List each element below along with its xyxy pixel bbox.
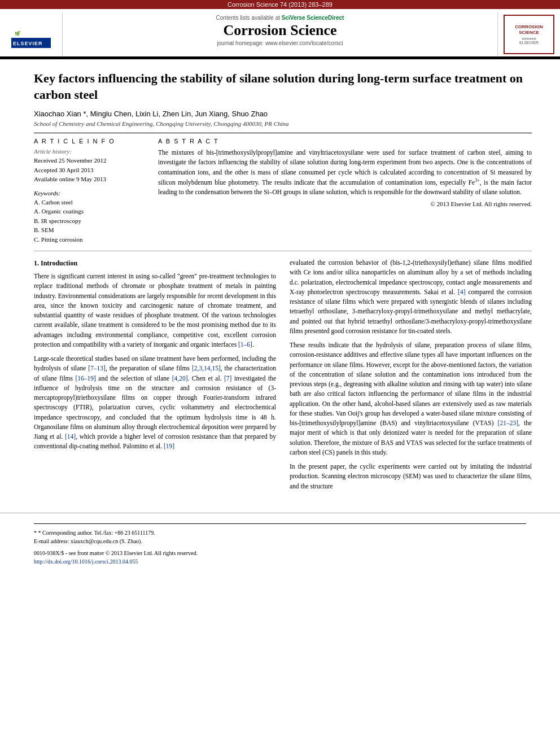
journal-header-center: Contents lists available at SciVerse Sci… bbox=[62, 12, 498, 56]
ref-4-20[interactable]: [4,20] bbox=[172, 375, 188, 382]
abstract-text: The mixtures of bis-[trimethoxysilylprop… bbox=[158, 148, 532, 197]
right-paragraph-3: In the present paper, the cyclic experim… bbox=[290, 462, 532, 491]
copyright-notice: © 2013 Elsevier Ltd. All rights reserved… bbox=[158, 200, 532, 207]
journal-citation-bar: Corrosion Science 74 (2013) 283–289 bbox=[0, 0, 560, 9]
keyword-2: A. Organic coatings bbox=[34, 207, 147, 216]
rule-after-affiliation bbox=[34, 133, 532, 133]
abstract-header: A B S T R A C T bbox=[158, 138, 532, 145]
article-content: Key factors influencing the stability of… bbox=[0, 59, 560, 507]
right-paragraph-1: evaluated the corrosion behavior of (bis… bbox=[290, 258, 532, 336]
journal-logo-area: CORROSIONSCIENCE ■■■■■■ ELSEVIER bbox=[498, 12, 560, 56]
authors-line: Xiaochao Xian *, Minglu Chen, Lixin Li, … bbox=[34, 110, 532, 118]
article-history-block: Article history: Received 25 November 20… bbox=[34, 148, 147, 184]
ref-16-19[interactable]: [16–19] bbox=[75, 375, 95, 382]
elsevier-logo: 🌿 ELSEVIER bbox=[11, 18, 51, 51]
elsevier-tree-icon: 🌿 ELSEVIER bbox=[11, 18, 51, 49]
ref-21-23[interactable]: [21–23] bbox=[498, 420, 518, 426]
contents-available-text: Contents lists available at bbox=[216, 15, 280, 21]
journal-title: Corrosion Science bbox=[68, 22, 492, 39]
corrosion-science-logo: CORROSIONSCIENCE ■■■■■■ ELSEVIER bbox=[504, 15, 554, 54]
journal-citation-text: Corrosion Science 74 (2013) 283–289 bbox=[228, 1, 333, 8]
ref-19[interactable]: [19] bbox=[164, 443, 174, 449]
body-text-section: 1. Introduction There is significant cur… bbox=[34, 258, 532, 496]
doi-link[interactable]: http://dx.doi.org/10.1016/j.corsci.2013.… bbox=[34, 558, 138, 565]
ref-14[interactable]: [14] bbox=[65, 433, 76, 440]
doi-copyright-text: 0010-938X/$ - see front matter © 2013 El… bbox=[34, 550, 198, 556]
keywords-block: Keywords: A. Carbon steel A. Organic coa… bbox=[34, 190, 147, 244]
page: Corrosion Science 74 (2013) 283–289 🌿 EL… bbox=[0, 0, 560, 747]
doi-link-note: http://dx.doi.org/10.1016/j.corsci.2013.… bbox=[34, 557, 526, 566]
article-info-header: A R T I C L E I N F O bbox=[34, 138, 147, 145]
ref-1-6[interactable]: [1–6] bbox=[238, 341, 252, 348]
corresponding-author-text: * Corresponding author. Tel./fax: +86 23… bbox=[38, 530, 155, 536]
intro-section-title: 1. Introduction bbox=[34, 258, 276, 268]
body-divider bbox=[34, 251, 532, 251]
keyword-3: B. IR spectroscopy bbox=[34, 216, 147, 226]
intro-paragraph-1: There is significant current interest in… bbox=[34, 272, 276, 350]
corresponding-author-note: * * Corresponding author. Tel./fax: +86 … bbox=[34, 528, 526, 537]
ref-4[interactable]: [4] bbox=[458, 289, 465, 295]
svg-text:ELSEVIER: ELSEVIER bbox=[13, 41, 43, 46]
intro-section-name: Introduction bbox=[41, 259, 77, 267]
article-footer: * * Corresponding author. Tel./fax: +86 … bbox=[0, 513, 560, 571]
intro-paragraph-2: Large-scale theoretical studies based on… bbox=[34, 354, 276, 452]
keyword-1: A. Carbon steel bbox=[34, 198, 147, 207]
asterisk-label: * bbox=[34, 530, 38, 536]
available-online-date: Available online 9 May 2013 bbox=[34, 174, 147, 184]
doi-copyright-note: 0010-938X/$ - see front matter © 2013 El… bbox=[34, 549, 526, 557]
logo-decoration: ■■■■■■ bbox=[522, 37, 536, 41]
journal-header: 🌿 ELSEVIER Contents lists available at S… bbox=[0, 9, 560, 58]
email-text: E-mail address: xiauxch@cqu.edu.cn (S. Z… bbox=[34, 538, 142, 544]
keyword-5: C. Pitting corrosion bbox=[34, 235, 147, 244]
sciverse-link[interactable]: SciVerse ScienceDirect bbox=[282, 15, 344, 21]
info-abstract-section: A R T I C L E I N F O Article history: R… bbox=[34, 138, 532, 244]
body-right-column: evaluated the corrosion behavior of (bis… bbox=[290, 258, 532, 496]
received-date: Received 25 November 2012 bbox=[34, 156, 147, 165]
sciverse-line: Contents lists available at SciVerse Sci… bbox=[68, 15, 492, 21]
ref-2-3-14-15[interactable]: [2,3,14,15] bbox=[192, 365, 221, 372]
accepted-date: Accepted 30 April 2013 bbox=[34, 165, 147, 175]
footer-rule bbox=[34, 523, 526, 524]
authors-text: Xiaochao Xian *, Minglu Chen, Lixin Li, … bbox=[34, 110, 268, 118]
keywords-label: Keywords: bbox=[34, 190, 147, 196]
journal-homepage: journal homepage: www.elsevier.com/locat… bbox=[68, 40, 492, 46]
right-paragraph-2: These results indicate that the hydrolys… bbox=[290, 340, 532, 457]
article-info-column: A R T I C L E I N F O Article history: R… bbox=[34, 138, 147, 244]
affiliation: School of Chemistry and Chemical Enginee… bbox=[34, 120, 532, 127]
keyword-4: B. SEM bbox=[34, 225, 147, 235]
logo-subtitle: ELSEVIER bbox=[519, 41, 539, 45]
email-note: E-mail address: xiauxch@cqu.edu.cn (S. Z… bbox=[34, 537, 526, 545]
abstract-column: A B S T R A C T The mixtures of bis-[tri… bbox=[158, 138, 532, 244]
intro-section-number: 1. bbox=[34, 259, 39, 267]
logo-title-text: CORROSIONSCIENCE bbox=[515, 24, 542, 35]
elsevier-logo-area: 🌿 ELSEVIER bbox=[0, 12, 62, 56]
ref-7[interactable]: [7] bbox=[224, 375, 231, 382]
ref-7-13[interactable]: [7–13] bbox=[88, 365, 106, 372]
body-left-column: 1. Introduction There is significant cur… bbox=[34, 258, 276, 496]
article-title: Key factors influencing the stability of… bbox=[34, 71, 532, 103]
history-label: Article history: bbox=[34, 148, 147, 155]
